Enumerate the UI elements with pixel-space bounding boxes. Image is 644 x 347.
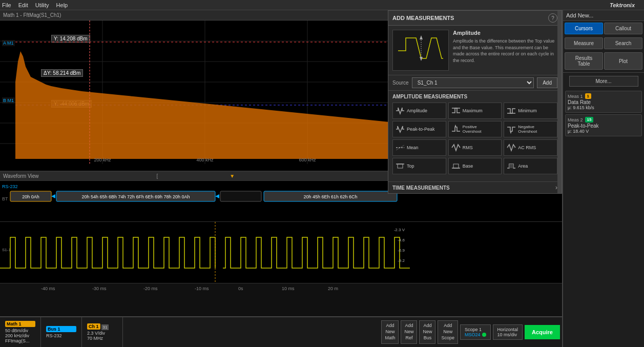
status-bar: Math 1 50 dBm/div 200 kHz/div FFtmag(S..…	[0, 316, 562, 347]
sidebar-header: Add New...	[563, 10, 644, 21]
neg-overshoot-icon	[506, 124, 516, 134]
amplitude-title: Amplitude	[453, 30, 557, 36]
math-title: Math 1 - FftMag(S1_Ch1)	[3, 12, 61, 18]
meas2-row[interactable]: Meas 2 15 Peak-to-Peak μ: 18.40 V	[565, 114, 642, 136]
meas1-id: Meas 1	[568, 94, 583, 99]
add-bus-btn[interactable]: Add New Bus	[419, 320, 435, 343]
help-btn[interactable]: ?	[548, 13, 557, 23]
meas2-id: Meas 2	[568, 117, 583, 123]
source-select[interactable]: S1_Ch 1	[412, 77, 534, 88]
meas-minimum[interactable]: Minimum	[504, 103, 557, 119]
meas-top[interactable]: Top	[392, 158, 446, 174]
digital-waveform-svg: -2.3 V -4.6 -6.9 -9.2	[0, 222, 410, 283]
meas-ac-rms[interactable]: AC RMS	[504, 139, 557, 156]
waveform-view-label: Waveform View	[3, 173, 38, 179]
svg-text:-4.6: -4.6	[398, 238, 405, 242]
meas-mean[interactable]: Mean	[392, 139, 446, 156]
menu-edit[interactable]: Edit	[18, 2, 28, 8]
meas1-badge: 1	[585, 93, 591, 99]
meas-peak-to-peak[interactable]: Peak-to-Peak	[392, 121, 446, 137]
svg-text:-2.3 V: -2.3 V	[394, 228, 405, 232]
meas1-title: Data Rate	[568, 99, 639, 105]
menu-utility[interactable]: Utility	[35, 2, 49, 8]
add-meas-header: ADD MEASUREMENTS ?	[388, 11, 562, 26]
meas-base-label: Base	[463, 164, 473, 169]
svg-text:20h 54h 65h 6Bh 74h 72h 6Fh 6E: 20h 54h 65h 6Bh 74h 72h 6Fh 6Eh 69h 78h …	[81, 194, 190, 199]
meas-pos-overshoot[interactable]: Positive Overshoot	[448, 121, 502, 137]
math1-badge: Math 1	[5, 321, 35, 327]
status-math1[interactable]: Math 1 50 dBm/div 200 kHz/div FFtmag(S..…	[0, 317, 41, 347]
meas-ptp-label: Peak-to-Peak	[407, 127, 435, 132]
add-meas-btn[interactable]: Add	[537, 77, 557, 88]
fft-waveform: /* inline not allowed */ 200 kHz 400 kHz…	[0, 21, 410, 172]
menu-file[interactable]: File	[2, 2, 11, 8]
main-layout: Math 1 - FftMag(S1_Ch1) ✕ Y: 14.208 dBm …	[0, 10, 644, 347]
add-scope-btn[interactable]: Add New Scope	[438, 320, 458, 343]
digital-area: S1-1 -2.3 V -4.6 -6.9 -9.2	[0, 222, 562, 283]
time-label-5: 10 ms	[282, 286, 295, 291]
scope-label: Scope 1	[465, 327, 486, 332]
sidebar-row2: Measure Search	[563, 36, 644, 51]
svg-rect-23	[220, 191, 261, 201]
right-sidebar: Add New... Cursors Callout Measure Searc…	[562, 10, 644, 347]
meas-acrms-label: AC RMS	[518, 145, 536, 150]
add-math-btn[interactable]: Add New Math	[381, 320, 399, 343]
add-ref-btn[interactable]: Add New Ref	[401, 320, 417, 343]
scope-item: Scope 1 MSO24	[460, 324, 491, 340]
meas-grid: Amplitude Maximum Minimum Peak-to-Peak	[392, 103, 557, 174]
tektronix-logo: Tektronix	[610, 2, 635, 8]
time-label-4: 0s	[238, 286, 243, 291]
bus1-val: RS-232	[46, 333, 76, 338]
source-label: Source	[392, 80, 409, 86]
meas2-badge: 15	[585, 117, 594, 123]
time-measurements-section[interactable]: TIME MEASUREMENTS ›	[388, 181, 562, 193]
meas-amplitude[interactable]: Amplitude	[392, 103, 446, 119]
sidebar-callout-btn[interactable]: Callout	[604, 23, 642, 34]
time-label-6: 20 m	[328, 286, 338, 291]
meas-section: Meas 1 1 Data Rate μ: 9.615 kb/s Meas 2 …	[563, 89, 644, 140]
meas-neg-overshoot[interactable]: Negative Overshoot	[504, 121, 557, 137]
meas-area-label: Area	[518, 164, 528, 169]
sidebar-plot-btn[interactable]: Plot	[604, 52, 642, 70]
meas-base[interactable]: Base	[448, 158, 502, 174]
svg-marker-19	[51, 194, 55, 198]
meas-maximum[interactable]: Maximum	[448, 103, 502, 119]
meas2-title: Peak-to-Peak	[568, 123, 639, 129]
math1-val2: 200 kHz/div	[5, 333, 35, 338]
meas1-val: μ: 9.615 kb/s	[568, 105, 639, 110]
time-label-0: -40 ms	[41, 286, 55, 291]
math1-val3: FFtmag(S...	[5, 338, 35, 343]
panel-scrollbar[interactable]	[557, 11, 562, 193]
sidebar-gear: More...	[563, 74, 644, 89]
sidebar-cursors-btn[interactable]: Cursors	[565, 23, 603, 34]
svg-rect-31	[393, 30, 448, 70]
meas1-row[interactable]: Meas 1 1 Data Rate μ: 9.615 kb/s	[565, 91, 642, 113]
status-bus1[interactable]: Bus 1 RS-232	[41, 317, 82, 347]
meas-minimum-label: Minimum	[518, 108, 537, 113]
acquire-btn[interactable]: Acquire	[525, 325, 560, 339]
meas-area[interactable]: Area	[504, 158, 557, 174]
math1-val1: 50 dBm/div	[5, 328, 35, 333]
sidebar-measure-btn[interactable]: Measure	[565, 37, 603, 49]
amp-section-title: AMPLITUDE MEASUREMENTS	[392, 94, 557, 99]
source-row: Source S1_Ch 1 Add	[388, 75, 562, 90]
sidebar-row3: Results Table Plot	[563, 51, 644, 71]
more-btn[interactable]: More...	[569, 76, 638, 87]
sidebar-results-btn[interactable]: Results Table	[565, 52, 603, 70]
svg-text:-9.2: -9.2	[398, 258, 405, 263]
meas-top-label: Top	[407, 164, 414, 169]
ch1-val2: 70 MHz	[87, 336, 117, 341]
svg-text:400 kHz: 400 kHz	[196, 157, 214, 162]
menu-help[interactable]: Help	[56, 2, 68, 8]
scope-dot	[482, 333, 486, 337]
meas-neg-overshoot-label: Negative Overshoot	[518, 125, 537, 134]
sidebar-search-btn[interactable]: Search	[604, 37, 642, 49]
time-label-2: -20 ms	[143, 286, 158, 291]
meas-mean-label: Mean	[407, 145, 419, 150]
time-section-title: TIME MEASUREMENTS	[392, 185, 450, 191]
meas-maximum-label: Maximum	[463, 108, 483, 113]
meas-rms[interactable]: RMS	[448, 139, 502, 156]
ac-rms-icon	[506, 142, 516, 153]
amp-waveform-svg	[393, 30, 448, 70]
status-ch1[interactable]: Ch 1 31 2.3 V/div 70 MHz	[82, 317, 123, 347]
